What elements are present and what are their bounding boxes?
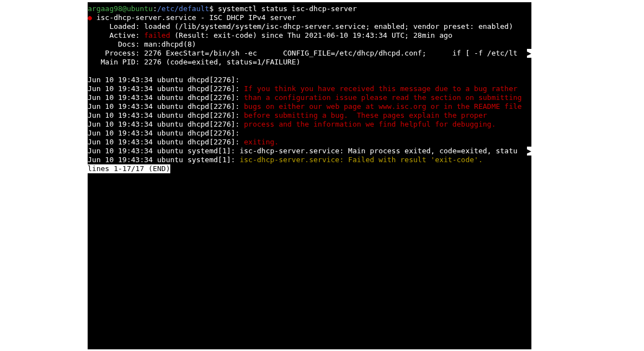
log-line-3: Jun 10 19:43:34 ubuntu dhcpd[2276]: than… xyxy=(88,93,531,102)
blank-line xyxy=(88,67,531,76)
log-line-8: Jun 10 19:43:34 ubuntu dhcpd[2276]: exit… xyxy=(88,138,531,147)
service-name: isc-dhcp-server.service - ISC DHCP IPv4 … xyxy=(92,13,296,22)
docs-line: Docs: man:dhcpd(8) xyxy=(88,40,531,49)
overflow-indicator-icon: ▶ xyxy=(527,49,531,58)
systemd-line-1: Jun 10 19:43:34 ubuntu systemd[1]: isc-d… xyxy=(88,147,531,156)
process-line: Process: 2276 ExecStart=/bin/sh -ec CONF… xyxy=(88,49,531,58)
log-line-6: Jun 10 19:43:34 ubuntu dhcpd[2276]: proc… xyxy=(88,120,531,129)
command-text: systemctl status isc-dhcp-server xyxy=(218,4,357,13)
service-header-line: ● isc-dhcp-server.service - ISC DHCP IPv… xyxy=(88,13,531,22)
prompt-line: argaag98@ubuntu:/etc/default$ systemctl … xyxy=(88,4,531,13)
active-line: Active: failed (Result: exit-code) since… xyxy=(88,31,531,40)
systemd-line-2: Jun 10 19:43:34 ubuntu systemd[1]: isc-d… xyxy=(88,156,531,164)
mainpid-line: Main PID: 2276 (code=exited, status=1/FA… xyxy=(88,58,531,67)
prompt-user-host: argaag98@ubuntu xyxy=(88,4,153,13)
status-bullet-icon: ● xyxy=(88,13,92,22)
prompt-dollar: $ xyxy=(209,4,218,13)
loaded-line: Loaded: loaded (/lib/systemd/system/isc-… xyxy=(88,22,531,31)
log-line-7: Jun 10 19:43:34 ubuntu dhcpd[2276]: xyxy=(88,129,531,138)
active-prefix: Active: xyxy=(88,31,144,39)
active-suffix: (Result: exit-code) since Thu 2021-06-10… xyxy=(170,31,453,39)
overflow-indicator-icon: ▶ xyxy=(527,147,531,156)
log-line-4: Jun 10 19:43:34 ubuntu dhcpd[2276]: bugs… xyxy=(88,102,531,111)
terminal-window[interactable]: argaag98@ubuntu:/etc/default$ systemctl … xyxy=(88,2,531,349)
active-failed-status: failed xyxy=(144,31,170,39)
pager-status-line: lines 1-17/17 (END) xyxy=(88,164,531,173)
log-line-1: Jun 10 19:43:34 ubuntu dhcpd[2276]: xyxy=(88,76,531,84)
log-line-5: Jun 10 19:43:34 ubuntu dhcpd[2276]: befo… xyxy=(88,111,531,120)
pager-status: lines 1-17/17 (END) xyxy=(88,164,170,173)
log-line-2: Jun 10 19:43:34 ubuntu dhcpd[2276]: If y… xyxy=(88,84,531,93)
prompt-path: /etc/default xyxy=(157,4,209,13)
